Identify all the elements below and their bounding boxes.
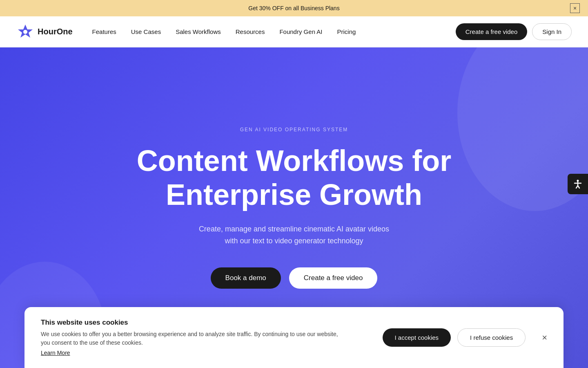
announcement-bar: Get 30% OFF on all Business Plans × — [0, 0, 588, 16]
hero-subtitle-line2: with our text to video generator technol… — [225, 237, 363, 245]
nav-resources[interactable]: Resources — [236, 28, 265, 35]
hero-subtitle-line1: Create, manage and streamline cinematic … — [199, 225, 389, 233]
nav-links: Features Use Cases Sales Workflows Resou… — [92, 28, 456, 35]
nav-use-cases[interactable]: Use Cases — [131, 28, 161, 35]
logo-icon — [16, 23, 34, 41]
book-demo-button[interactable]: Book a demo — [211, 267, 281, 289]
nav-actions: Create a free video Sign In — [456, 23, 572, 40]
navbar: HourOne Features Use Cases Sales Workflo… — [0, 16, 588, 47]
hero-title-line1: Content Workflows for — [137, 144, 452, 177]
cookie-content: This website uses cookies We use cookies… — [41, 319, 366, 357]
logo[interactable]: HourOne — [16, 23, 73, 41]
cookie-banner: This website uses cookies We use cookies… — [24, 307, 564, 368]
cookie-text: We use cookies to offer you a better bro… — [41, 330, 343, 347]
hero-title: Content Workflows for Enterprise Growth — [137, 144, 452, 212]
hero-buttons: Book a demo Create a free video — [211, 267, 378, 289]
accessibility-button[interactable] — [568, 174, 588, 194]
svg-point-1 — [23, 30, 27, 34]
cookie-learn-more-link[interactable]: Learn More — [41, 350, 70, 356]
hero-subtitle: Create, manage and streamline cinematic … — [199, 223, 389, 247]
cookie-actions: I accept cookies I refuse cookies — [383, 328, 526, 347]
accessibility-icon — [572, 179, 583, 189]
nav-foundry-gen-ai[interactable]: Foundry Gen AI — [279, 28, 322, 35]
create-free-video-button[interactable]: Create a free video — [289, 267, 378, 289]
cookie-title: This website uses cookies — [41, 319, 366, 327]
accept-cookies-button[interactable]: I accept cookies — [383, 328, 451, 347]
nav-pricing[interactable]: Pricing — [337, 28, 356, 35]
announcement-close-button[interactable]: × — [570, 3, 580, 13]
cookie-close-button[interactable]: × — [542, 333, 547, 342]
hero-title-line2: Enterprise Growth — [166, 178, 422, 211]
nav-features[interactable]: Features — [92, 28, 116, 35]
logo-text: HourOne — [38, 27, 73, 36]
announcement-text: Get 30% OFF on all Business Plans — [248, 5, 339, 11]
svg-line-6 — [578, 186, 579, 188]
nav-signin-button[interactable]: Sign In — [532, 23, 572, 40]
refuse-cookies-button[interactable]: I refuse cookies — [457, 328, 526, 347]
nav-create-video-button[interactable]: Create a free video — [456, 23, 528, 40]
hero-tag: GEN AI VIDEO OPERATING SYSTEM — [240, 127, 348, 132]
nav-sales-workflows[interactable]: Sales Workflows — [176, 28, 221, 35]
